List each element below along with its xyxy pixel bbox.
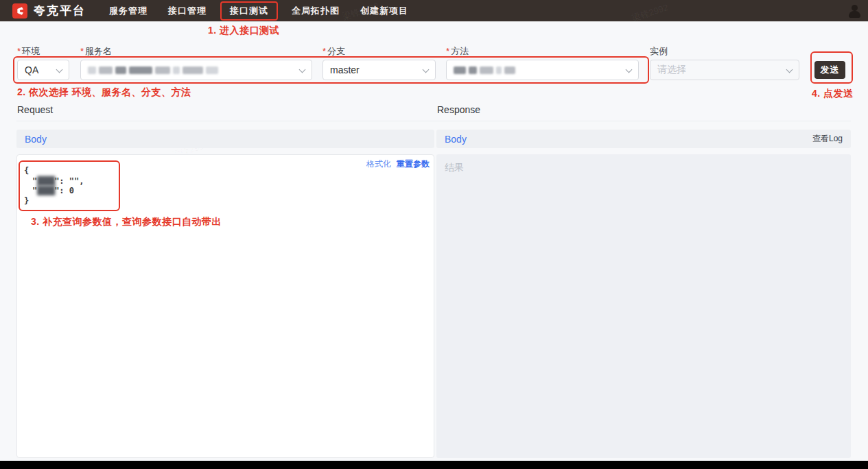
- branch-label: *分支: [322, 45, 345, 58]
- editor-toolbar: 格式化 重置参数: [366, 158, 430, 170]
- top-navbar: 夸克平台 服务管理 接口管理 接口测试 全局拓扑图 创建新项目 梁锋2992 梁…: [0, 0, 868, 22]
- step1-annotation: 1. 进入接口测试: [208, 25, 279, 37]
- response-result-panel: 结果: [436, 154, 851, 458]
- nav-item-api-test[interactable]: 接口测试: [220, 1, 278, 21]
- json-line: "████": "",: [24, 176, 84, 187]
- redacted-text: ████: [37, 186, 54, 195]
- chevron-down-icon: [56, 67, 63, 73]
- instance-select[interactable]: 请选择: [650, 60, 799, 80]
- method-label: *方法: [446, 45, 469, 58]
- json-line: }: [24, 196, 84, 206]
- step3-annotation: 3. 补充查询参数值，查询参数接口自动带出: [31, 216, 222, 228]
- required-asterisk: *: [322, 46, 326, 56]
- chevron-down-icon: [423, 67, 430, 73]
- result-placeholder: 结果: [445, 162, 464, 174]
- service-label: *服务名: [80, 45, 112, 58]
- redacted-text: [454, 67, 515, 74]
- nav-item-api-mgmt[interactable]: 接口管理: [161, 2, 213, 20]
- nav-item-topology[interactable]: 全局拓扑图: [285, 2, 347, 20]
- chevron-down-icon: [299, 67, 306, 73]
- app-root: 夸克平台 服务管理 接口管理 接口测试 全局拓扑图 创建新项目 梁锋2992 梁…: [0, 0, 868, 469]
- json-line: {: [24, 166, 84, 176]
- request-tab-body[interactable]: Body: [25, 134, 47, 145]
- redacted-text: ████: [37, 176, 54, 186]
- required-asterisk: *: [446, 46, 449, 56]
- brand-title: 夸克平台: [34, 3, 86, 19]
- response-title: Response: [437, 104, 480, 115]
- reset-params-link[interactable]: 重置参数: [397, 158, 430, 170]
- redacted-text: [88, 67, 218, 74]
- request-json-body: { "████": "", "████": 0 }: [24, 166, 84, 206]
- step4-annotation: 4. 点发送: [812, 88, 854, 100]
- response-tab-body[interactable]: Body: [445, 134, 467, 145]
- main-nav: 服务管理 接口管理 接口测试 全局拓扑图 创建新项目: [95, 1, 415, 21]
- request-body-editor[interactable]: 格式化 重置参数 { "████": "", "████": 0 }: [16, 154, 434, 458]
- env-label: *环境: [17, 45, 40, 58]
- instance-label: 实例: [650, 45, 668, 58]
- method-select[interactable]: [446, 60, 639, 80]
- section-divider: [16, 121, 851, 121]
- service-select[interactable]: [80, 60, 312, 80]
- json-line: "████": 0: [24, 186, 84, 196]
- response-tab-bar: Body 查看Log: [436, 130, 851, 148]
- quark-logo-icon: [12, 3, 27, 19]
- chevron-down-icon: [626, 67, 633, 73]
- env-select[interactable]: QA: [17, 60, 69, 80]
- chevron-down-icon: [786, 67, 793, 73]
- required-asterisk: *: [80, 46, 84, 56]
- branch-select[interactable]: master: [322, 60, 436, 80]
- request-tab-bar: Body: [16, 130, 434, 148]
- format-link[interactable]: 格式化: [366, 158, 391, 170]
- bottom-letterbox-bar: [0, 461, 868, 469]
- request-title: Request: [17, 104, 53, 115]
- view-log-link[interactable]: 查看Log: [812, 133, 843, 145]
- send-button[interactable]: 发送: [814, 61, 845, 79]
- watermark-text: 梁锋2992: [631, 1, 670, 25]
- required-asterisk: *: [17, 46, 21, 56]
- user-avatar[interactable]: [847, 4, 861, 18]
- nav-item-service-mgmt[interactable]: 服务管理: [102, 2, 154, 20]
- step2-annotation: 2. 依次选择 环境、服务名、分支、方法: [17, 86, 191, 99]
- nav-item-new-project[interactable]: 创建新项目: [353, 2, 415, 20]
